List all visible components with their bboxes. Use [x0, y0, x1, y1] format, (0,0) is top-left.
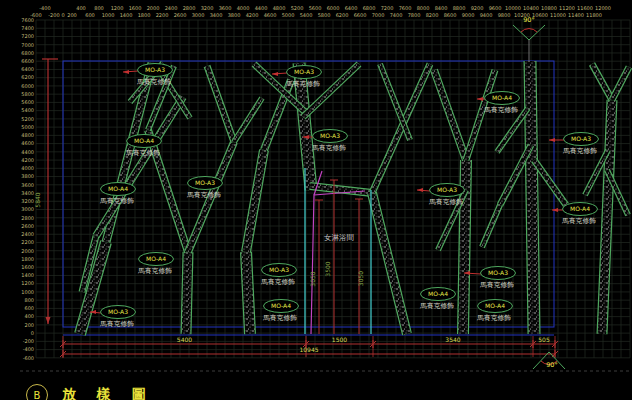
cad-canvas: -400400800120016002000240028003200360040… — [0, 0, 632, 400]
ruler-label: 400 — [76, 5, 86, 11]
ruler-label: 2000 — [147, 5, 160, 11]
axis-label: 2800 — [21, 215, 34, 221]
ruler-label: 800 — [94, 5, 104, 11]
leader-arrow-icon — [552, 208, 558, 212]
ruler-label: 3600 — [219, 5, 232, 11]
axis-label: 200 — [24, 322, 34, 328]
ruler-label: 11000 — [550, 12, 566, 18]
ruler-label: 10000 — [505, 5, 521, 11]
axis-label: 3800 — [21, 173, 34, 179]
material-subtitle: 馬賽克修飾 — [562, 147, 597, 155]
ruler-label: 8800 — [453, 5, 466, 11]
ruler-label: 12000 — [595, 5, 611, 11]
axis-label: 5000 — [21, 124, 34, 130]
ruler-label: 11200 — [559, 5, 575, 11]
axis-label: 7400 — [21, 25, 34, 31]
material-subtitle: 馬賽克修飾 — [99, 197, 134, 205]
ruler-label: 1000 — [102, 12, 115, 18]
axis-label: 6200 — [21, 74, 34, 80]
axis-label: 7200 — [21, 33, 34, 39]
ruler-label: 1400 — [120, 12, 133, 18]
ruler-label: 3800 — [228, 12, 241, 18]
axis-label: 4800 — [21, 132, 34, 138]
material-tag: MO-A4 — [570, 205, 590, 212]
axis-label: 4200 — [21, 157, 34, 163]
ruler-label: 6200 — [336, 12, 349, 18]
axis-label: 3600 — [21, 182, 34, 188]
axis-label: 6600 — [21, 58, 34, 64]
material-subtitle: 馬賽克修飾 — [476, 314, 511, 322]
door-dim: 3050 — [309, 271, 316, 286]
ruler-label: 8200 — [426, 12, 439, 18]
axis-label: 600 — [24, 305, 34, 311]
ruler-label: 4800 — [273, 5, 286, 11]
leader-arrow-icon — [417, 188, 423, 192]
ruler-label: 2200 — [156, 12, 169, 18]
axis-label: -200 — [23, 338, 34, 344]
axis-label: 0 — [31, 330, 34, 336]
axis-left: 7600740072007000680066006400620060005800… — [21, 17, 34, 361]
axis-label: 3000 — [21, 206, 34, 212]
leader-arrow-icon — [477, 97, 483, 101]
ruler-label: 7000 — [372, 12, 385, 18]
material-tag: MO-A3 — [195, 179, 215, 186]
ruler-label: 7600 — [399, 5, 412, 11]
axis-label: 5400 — [21, 107, 34, 113]
axis-label: 1600 — [21, 264, 34, 270]
dim-segment: 505 — [538, 336, 550, 343]
ruler-label: 0 — [61, 12, 64, 18]
ruler-label: 7400 — [390, 12, 403, 18]
axis-label: 4400 — [21, 149, 34, 155]
material-subtitle: 馬賽克修飾 — [479, 281, 514, 289]
material-subtitle: 馬賽克修飾 — [125, 149, 160, 157]
ruler-label: 6600 — [354, 12, 367, 18]
material-callout: MO-A3馬賽克修飾 — [417, 184, 465, 206]
material-callout: MO-A4馬賽克修飾 — [99, 183, 135, 205]
axis-label: 5600 — [21, 99, 34, 105]
ruler-label: 5000 — [282, 12, 295, 18]
material-subtitle: 馬賽克修飾 — [419, 302, 454, 310]
material-callout: MO-A4馬賽克修飾 — [125, 135, 161, 157]
room-label: 女淋浴間 — [324, 233, 354, 242]
ruler-label: 9800 — [498, 12, 511, 18]
axis-label: 1400 — [21, 272, 34, 278]
axis-label: 5200 — [21, 116, 34, 122]
material-subtitle: 馬賽克修飾 — [136, 78, 171, 86]
dim-total: 10945 — [299, 346, 318, 353]
material-tag: MO-A3 — [269, 266, 289, 273]
axis-label: -400 — [23, 346, 34, 352]
material-callout: MO-A4馬賽克修飾 — [476, 300, 512, 322]
ruler-label: 10800 — [541, 5, 557, 11]
material-subtitle: 馬賽克修飾 — [260, 278, 295, 286]
material-tag: MO-A3 — [488, 269, 508, 276]
title-block: B 放 樣 圖 — [26, 384, 154, 400]
material-subtitle: 馬賽克修飾 — [561, 217, 596, 225]
axis-label: 5800 — [21, 91, 34, 97]
axis-label: 3400 — [21, 190, 34, 196]
ruler-label: 11800 — [586, 12, 602, 18]
drawing-title: 放 樣 圖 — [62, 386, 154, 400]
ruler-label: 2800 — [183, 5, 196, 11]
axis-label: 7000 — [21, 42, 34, 48]
axis-label: -600 — [23, 355, 34, 361]
material-tag: MO-A4 — [271, 302, 291, 309]
axis-label: 1000 — [21, 289, 34, 295]
angle-bottom-label: 90° — [546, 361, 558, 369]
ruler-label: 3000 — [192, 12, 205, 18]
material-subtitle: 馬賽克修飾 — [311, 144, 346, 152]
material-tag: MO-A4 — [485, 302, 505, 309]
ruler-label: -400 — [39, 5, 50, 11]
ruler-label: 10400 — [523, 5, 539, 11]
material-callout: MO-A3馬賽克修飾 — [123, 64, 173, 86]
material-tag: MO-A3 — [294, 68, 314, 75]
axis-label: 6400 — [21, 66, 34, 72]
ruler-label: 9400 — [480, 12, 493, 18]
axis-label: 7600 — [21, 17, 34, 23]
material-callout: MO-A4馬賽克修飾 — [137, 253, 173, 275]
material-subtitle: 馬賽克修飾 — [428, 198, 463, 206]
ruler-label: 5400 — [300, 12, 313, 18]
ruler-label: -200 — [48, 12, 59, 18]
ruler-label: 2600 — [174, 12, 187, 18]
ruler-label: 7800 — [408, 12, 421, 18]
dim-segment: 5400 — [177, 336, 192, 343]
